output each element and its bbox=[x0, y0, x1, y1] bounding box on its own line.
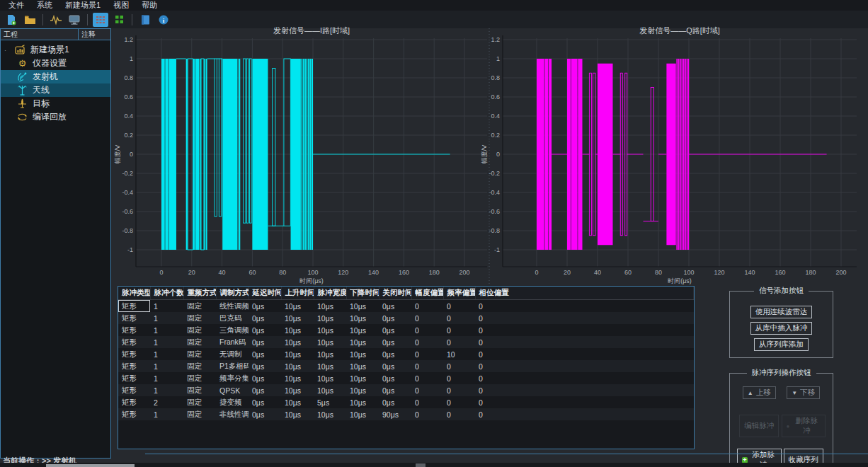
table-cell[interactable]: 0 bbox=[475, 408, 694, 420]
grid-dots-icon[interactable] bbox=[111, 13, 127, 27]
tree-item-target[interactable]: 目标 bbox=[1, 97, 110, 110]
table-cell[interactable]: 矩形 bbox=[118, 336, 150, 348]
table-cell[interactable]: 0μs bbox=[249, 300, 281, 313]
table-cell[interactable]: 0μs bbox=[249, 384, 281, 396]
table-cell[interactable]: 固定 bbox=[183, 372, 216, 384]
tree-item-compile-replay[interactable]: 编译回放 bbox=[1, 110, 110, 124]
table-cell[interactable]: 0μs bbox=[249, 396, 281, 408]
table-cell[interactable]: 频率分集 bbox=[216, 372, 249, 384]
table-cell[interactable]: 0μs bbox=[379, 372, 411, 384]
table-cell[interactable]: 1 bbox=[150, 300, 183, 313]
table-cell[interactable]: 0μs bbox=[379, 324, 411, 336]
table-column-header[interactable]: 上升时间 bbox=[281, 287, 314, 300]
table-cell[interactable]: 矩形 bbox=[118, 384, 150, 396]
new-file-icon[interactable] bbox=[4, 13, 19, 27]
table-cell[interactable]: 0 bbox=[475, 348, 694, 360]
table-column-header[interactable]: 调制方式 bbox=[216, 287, 249, 300]
table-cell[interactable]: 0μs bbox=[249, 372, 281, 384]
table-cell[interactable]: 10μs bbox=[281, 384, 314, 396]
table-cell[interactable]: 固定 bbox=[183, 360, 216, 372]
table-cell[interactable]: 1 bbox=[150, 348, 183, 360]
table-cell[interactable]: 10μs bbox=[346, 324, 379, 336]
table-cell[interactable]: 固定 bbox=[183, 384, 216, 396]
table-column-header[interactable]: 脉冲宽度 bbox=[314, 287, 346, 300]
table-cell[interactable]: 0μs bbox=[379, 312, 411, 324]
table-cell[interactable]: 0μs bbox=[249, 324, 281, 336]
table-cell[interactable]: 三角调频 bbox=[216, 324, 249, 336]
table-cell[interactable]: 0μs bbox=[379, 348, 411, 360]
insert-pulse-from-library-button[interactable]: 从库中插入脉冲 bbox=[750, 322, 813, 335]
table-row[interactable]: 矩形1固定P1多相码0μs10μs10μs10μs0μs000 bbox=[118, 360, 694, 372]
table-cell[interactable]: 10μs bbox=[314, 384, 346, 396]
table-cell[interactable]: 0μs bbox=[379, 300, 411, 313]
tree-item-scene[interactable]: · 新建场景1 bbox=[1, 43, 110, 57]
menu-scene[interactable]: 新建场景1 bbox=[59, 0, 106, 11]
info-icon[interactable]: i bbox=[156, 13, 171, 27]
tree-item-transmitter[interactable]: 发射机 bbox=[1, 70, 110, 83]
table-cell[interactable]: 90μs bbox=[379, 408, 411, 420]
table-cell[interactable]: 0 bbox=[411, 300, 443, 313]
table-cell[interactable]: 矩形 bbox=[118, 300, 150, 313]
table-cell[interactable]: 0 bbox=[411, 324, 443, 336]
table-cell[interactable]: 固定 bbox=[183, 348, 216, 360]
table-cell[interactable]: 固定 bbox=[183, 300, 216, 313]
table-column-header[interactable]: 幅度偏置 bbox=[411, 287, 443, 300]
table-cell[interactable]: 10μs bbox=[281, 336, 314, 348]
table-cell[interactable]: 10μs bbox=[314, 408, 346, 420]
table-column-header[interactable]: 重频方式 bbox=[183, 287, 216, 300]
table-cell[interactable]: 0 bbox=[443, 312, 475, 324]
table-cell[interactable]: 0 bbox=[443, 300, 475, 313]
table-cell[interactable]: 10μs bbox=[346, 348, 379, 360]
table-cell[interactable]: 固定 bbox=[183, 336, 216, 348]
table-cell[interactable]: 0μs bbox=[249, 348, 281, 360]
table-cell[interactable]: 0 bbox=[443, 360, 475, 372]
table-cell[interactable]: 0 bbox=[411, 360, 443, 372]
monitor-icon[interactable] bbox=[67, 13, 82, 27]
table-row[interactable]: 矩形1固定三角调频0μs10μs10μs10μs0μs000 bbox=[118, 324, 694, 336]
table-cell[interactable]: 线性调频 bbox=[216, 300, 249, 313]
table-cell[interactable]: 0 bbox=[443, 336, 475, 348]
waveform-icon[interactable] bbox=[48, 13, 64, 27]
table-row[interactable]: 矩形1固定非线性调频0μs10μs10μs10μs90μs000 bbox=[118, 408, 694, 420]
table-cell[interactable]: 0 bbox=[411, 348, 443, 360]
table-cell[interactable]: 10μs bbox=[346, 396, 379, 408]
table-cell[interactable]: 10μs bbox=[281, 324, 314, 336]
table-cell[interactable]: 10μs bbox=[346, 372, 379, 384]
table-column-header[interactable]: 脉冲个数 bbox=[150, 287, 183, 300]
table-cell[interactable]: 0μs bbox=[249, 336, 281, 348]
table-cell[interactable]: 非线性调频 bbox=[216, 408, 249, 420]
table-cell[interactable]: 矩形 bbox=[118, 312, 150, 324]
table-cell[interactable]: 0 bbox=[475, 324, 694, 336]
add-from-sequence-library-button[interactable]: 从序列库添加 bbox=[754, 338, 809, 351]
table-cell[interactable]: 0 bbox=[475, 312, 694, 324]
table-cell[interactable]: 10μs bbox=[346, 300, 379, 313]
table-cell[interactable]: 0 bbox=[411, 372, 443, 384]
menu-system[interactable]: 系统 bbox=[31, 0, 58, 11]
table-row[interactable]: 矩形1固定巴克码0μs10μs10μs10μs0μs000 bbox=[118, 312, 694, 324]
table-cell[interactable]: 1 bbox=[150, 324, 183, 336]
table-cell[interactable]: 0 bbox=[475, 336, 694, 348]
table-cell[interactable]: P1多相码 bbox=[216, 360, 249, 372]
table-cell[interactable]: 1 bbox=[150, 336, 183, 348]
table-cell[interactable]: 0 bbox=[411, 396, 443, 408]
table-cell[interactable]: 0 bbox=[411, 312, 443, 324]
table-row[interactable]: 矩形1固定频率分集0μs10μs10μs10μs0μs000 bbox=[118, 372, 694, 384]
table-cell[interactable]: 10 bbox=[443, 348, 475, 360]
table-cell[interactable]: 矩形 bbox=[118, 372, 150, 384]
table-cell[interactable]: 10μs bbox=[314, 348, 346, 360]
table-row[interactable]: 矩形1固定QPSK0μs10μs10μs10μs0μs000 bbox=[118, 384, 694, 396]
table-cell[interactable]: 1 bbox=[150, 408, 183, 420]
table-cell[interactable]: 10μs bbox=[281, 312, 314, 324]
tree-item-instrument-settings[interactable]: ⚙ 仪器设置 bbox=[1, 57, 110, 70]
table-cell[interactable]: 10μs bbox=[281, 300, 314, 313]
table-cell[interactable]: 10μs bbox=[281, 372, 314, 384]
menu-help[interactable]: 帮助 bbox=[136, 0, 163, 11]
table-cell[interactable]: 0μs bbox=[249, 360, 281, 372]
sidebar-header-project[interactable]: 工程 bbox=[1, 29, 79, 40]
table-cell[interactable]: 2 bbox=[150, 396, 183, 408]
table-cell[interactable]: 矩形 bbox=[118, 408, 150, 420]
table-cell[interactable]: 1 bbox=[150, 384, 183, 396]
table-column-header[interactable]: 关闭时间 bbox=[379, 287, 411, 300]
table-cell[interactable]: 0 bbox=[475, 384, 694, 396]
menu-view[interactable]: 视图 bbox=[108, 0, 135, 11]
